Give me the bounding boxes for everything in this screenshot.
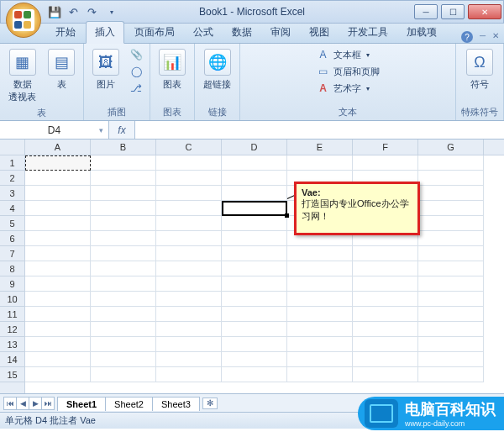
cell[interactable] <box>25 337 91 352</box>
save-icon[interactable]: 💾 <box>48 5 61 18</box>
cell[interactable] <box>222 337 287 352</box>
wordart-button[interactable]: A艺术字▾ <box>315 81 371 96</box>
col-header[interactable]: D <box>222 140 287 155</box>
cell[interactable] <box>287 276 353 292</box>
cell[interactable] <box>156 186 222 201</box>
cell[interactable] <box>25 307 91 322</box>
sheet-nav-first[interactable]: ⏮ <box>3 397 17 410</box>
row-header[interactable]: 7 <box>0 246 24 261</box>
cell[interactable] <box>222 292 287 307</box>
cell[interactable] <box>25 201 91 216</box>
col-header[interactable]: F <box>353 140 418 155</box>
cell[interactable] <box>353 367 418 382</box>
cell[interactable] <box>418 367 484 382</box>
cell[interactable] <box>353 261 418 276</box>
sheet-nav-prev[interactable]: ◀ <box>16 397 29 410</box>
row-header[interactable]: 15 <box>0 367 24 382</box>
cell[interactable] <box>222 246 287 261</box>
cell[interactable] <box>156 322 222 337</box>
formula-input[interactable] <box>134 121 504 139</box>
cell[interactable] <box>287 261 353 276</box>
cell[interactable] <box>91 246 156 261</box>
tab-formulas[interactable]: 公式 <box>185 22 222 43</box>
cell[interactable] <box>222 216 287 231</box>
cell[interactable] <box>91 155 156 171</box>
cell[interactable] <box>25 292 91 307</box>
cell[interactable] <box>418 276 484 292</box>
cell[interactable] <box>25 216 91 231</box>
sheet-tab-2[interactable]: Sheet2 <box>105 397 153 411</box>
cell[interactable] <box>353 352 418 367</box>
cell[interactable] <box>91 201 156 216</box>
cell[interactable] <box>222 155 287 171</box>
help-icon[interactable]: ? <box>461 31 473 43</box>
row-header[interactable]: 11 <box>0 307 24 322</box>
row-header[interactable]: 13 <box>0 337 24 352</box>
cell[interactable] <box>222 171 287 186</box>
cell[interactable] <box>25 276 91 292</box>
tab-insert[interactable]: 插入 <box>86 21 124 44</box>
col-header[interactable]: C <box>156 140 222 155</box>
cell[interactable] <box>418 171 484 186</box>
tab-addins[interactable]: 加载项 <box>398 22 445 43</box>
cell[interactable] <box>353 322 418 337</box>
cell[interactable] <box>25 246 91 261</box>
cell[interactable] <box>418 261 484 276</box>
cell[interactable] <box>156 261 222 276</box>
cell[interactable] <box>156 367 222 382</box>
cell[interactable] <box>222 322 287 337</box>
minimize-button[interactable]: ─ <box>414 4 438 19</box>
qat-dropdown-icon[interactable]: ▾ <box>105 5 118 18</box>
cell[interactable] <box>25 367 91 382</box>
cell[interactable] <box>156 231 222 246</box>
cell[interactable] <box>156 201 222 216</box>
cell[interactable] <box>222 186 287 201</box>
header-footer-button[interactable]: ▭页眉和页脚 <box>315 64 381 79</box>
cell[interactable] <box>91 261 156 276</box>
tab-data[interactable]: 数据 <box>223 22 260 43</box>
cell[interactable] <box>418 352 484 367</box>
cell[interactable] <box>156 246 222 261</box>
cell-comment[interactable]: Vae: 打造国内专业Office办公学习网！ <box>294 182 420 235</box>
col-header[interactable]: A <box>25 140 91 155</box>
row-header[interactable]: 14 <box>0 352 24 367</box>
cell[interactable] <box>418 307 484 322</box>
cell[interactable] <box>418 201 484 216</box>
cell[interactable] <box>287 307 353 322</box>
row-header[interactable]: 9 <box>0 276 24 292</box>
cell[interactable] <box>91 322 156 337</box>
cell[interactable] <box>91 292 156 307</box>
cell[interactable] <box>91 216 156 231</box>
cell[interactable] <box>91 276 156 292</box>
maximize-button[interactable]: ☐ <box>441 4 465 19</box>
cell[interactable] <box>91 171 156 186</box>
undo-icon[interactable]: ↶ <box>66 5 80 18</box>
sheet-tab-1[interactable]: Sheet1 <box>57 397 106 411</box>
cell[interactable] <box>156 307 222 322</box>
cell[interactable] <box>287 337 353 352</box>
cell[interactable] <box>418 186 484 201</box>
smartart-button[interactable]: ⎇ <box>128 81 144 96</box>
cell[interactable] <box>222 276 287 292</box>
cell[interactable] <box>156 216 222 231</box>
col-header[interactable]: E <box>287 140 353 155</box>
cell[interactable] <box>25 322 91 337</box>
cell[interactable] <box>91 337 156 352</box>
cell[interactable] <box>222 367 287 382</box>
cell[interactable] <box>25 171 91 186</box>
row-header[interactable]: 8 <box>0 261 24 276</box>
cell[interactable] <box>25 352 91 367</box>
pivot-table-button[interactable]: ▦ 数据 透视表 <box>5 47 39 105</box>
clipart-button[interactable]: 📎 <box>128 47 144 62</box>
cell[interactable] <box>287 322 353 337</box>
shapes-button[interactable]: ◯ <box>128 64 144 79</box>
picture-button[interactable]: 🖼 图片 <box>89 47 123 92</box>
cell[interactable] <box>25 186 91 201</box>
row-header[interactable]: 6 <box>0 231 24 246</box>
cell[interactable] <box>287 246 353 261</box>
row-header[interactable]: 10 <box>0 292 24 307</box>
cell[interactable] <box>287 155 353 171</box>
sheet-nav-next[interactable]: ▶ <box>29 397 42 410</box>
cell[interactable] <box>287 367 353 382</box>
cell[interactable] <box>418 292 484 307</box>
